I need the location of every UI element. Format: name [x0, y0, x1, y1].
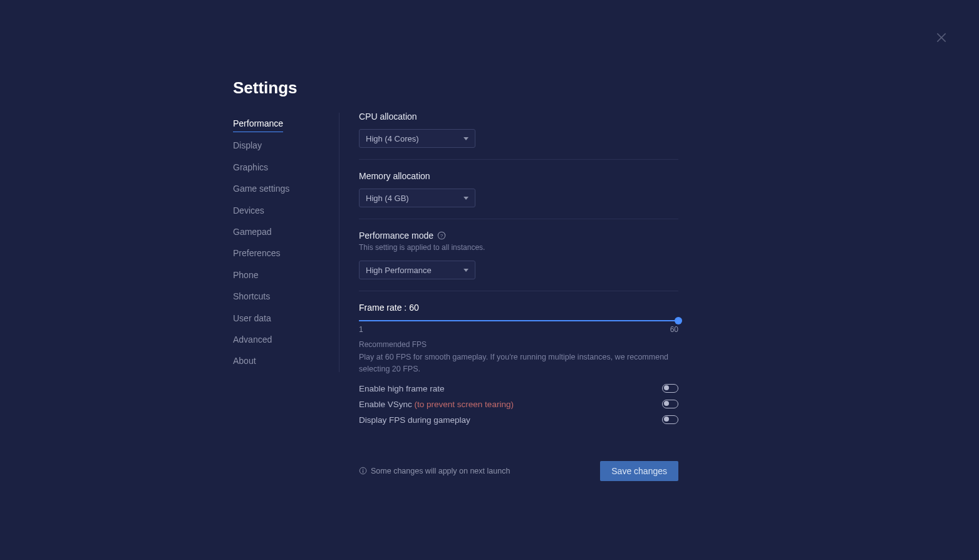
- sidebar-item-about[interactable]: About: [233, 350, 326, 371]
- close-button[interactable]: [935, 31, 948, 44]
- toggle-row-high-frame-rate: Enable high frame rate: [359, 384, 678, 393]
- chevron-down-icon: [464, 269, 469, 272]
- vsync-label-b: (to prevent screen tearing): [415, 400, 514, 409]
- memory-allocation-section: Memory allocation High (4 GB): [359, 171, 678, 219]
- toggle-high-frame-rate[interactable]: [662, 384, 678, 393]
- sidebar-item-display[interactable]: Display: [233, 135, 326, 156]
- slider-min: 1: [359, 325, 363, 334]
- slider-range-labels: 1 60: [359, 325, 678, 334]
- svg-text:?: ?: [440, 233, 443, 239]
- toggle-row-vsync: Enable VSync (to prevent screen tearing): [359, 400, 678, 409]
- svg-point-3: [363, 469, 363, 469]
- info-note: Some changes will apply on next launch: [359, 467, 510, 475]
- frame-rate-label-prefix: Frame rate :: [359, 303, 409, 313]
- sidebar-item-preferences[interactable]: Preferences: [233, 242, 326, 264]
- info-note-text: Some changes will apply on next launch: [371, 467, 510, 475]
- slider-max: 60: [670, 325, 678, 334]
- frame-rate-slider[interactable]: [359, 320, 678, 321]
- toggle-label-vsync: Enable VSync (to prevent screen tearing): [359, 400, 514, 409]
- toggle-vsync[interactable]: [662, 400, 678, 408]
- cpu-allocation-section: CPU allocation High (4 Cores): [359, 111, 678, 160]
- chevron-down-icon: [464, 137, 469, 140]
- sidebar-item-performance[interactable]: Performance: [233, 113, 283, 132]
- cpu-allocation-dropdown[interactable]: High (4 Cores): [359, 129, 475, 148]
- performance-mode-value: High Performance: [366, 266, 432, 275]
- chevron-down-icon: [464, 197, 469, 200]
- slider-track: [359, 320, 678, 321]
- frame-rate-section: Frame rate : 60 1 60 Recommended FPS Pla…: [359, 303, 678, 442]
- close-icon: [935, 31, 948, 44]
- memory-allocation-dropdown[interactable]: High (4 GB): [359, 189, 475, 207]
- sidebar-item-game-settings[interactable]: Game settings: [233, 178, 326, 199]
- toggle-knob: [664, 401, 669, 406]
- memory-allocation-value: High (4 GB): [366, 194, 409, 203]
- frame-rate-value: 60: [409, 303, 419, 313]
- performance-mode-label-text: Performance mode: [359, 231, 433, 241]
- toggle-knob: [664, 417, 669, 422]
- settings-sidebar: Performance Display Graphics Game settin…: [233, 113, 339, 372]
- sidebar-item-phone[interactable]: Phone: [233, 264, 326, 286]
- toggle-knob: [664, 385, 669, 390]
- sidebar-item-advanced[interactable]: Advanced: [233, 329, 326, 350]
- sidebar-item-devices[interactable]: Devices: [233, 200, 326, 221]
- sidebar-item-shortcuts[interactable]: Shortcuts: [233, 286, 326, 307]
- vsync-label-a: Enable VSync: [359, 400, 415, 409]
- info-icon: [359, 467, 367, 475]
- page-title: Settings: [233, 78, 298, 98]
- frame-rate-label: Frame rate : 60: [359, 303, 678, 313]
- toggle-label-display-fps: Display FPS during gameplay: [359, 415, 470, 425]
- footer: Some changes will apply on next launch S…: [359, 461, 678, 481]
- memory-allocation-label: Memory allocation: [359, 171, 678, 181]
- svg-rect-4: [363, 470, 363, 473]
- sidebar-item-user-data[interactable]: User data: [233, 308, 326, 329]
- performance-mode-dropdown[interactable]: High Performance: [359, 261, 475, 279]
- recommended-fps-text: Play at 60 FPS for smooth gameplay. If y…: [359, 351, 678, 375]
- cpu-allocation-value: High (4 Cores): [366, 134, 419, 143]
- slider-thumb[interactable]: [675, 317, 682, 324]
- performance-mode-section: Performance mode ? This setting is appli…: [359, 231, 678, 291]
- settings-content: CPU allocation High (4 Cores) Memory all…: [359, 111, 678, 481]
- save-changes-button[interactable]: Save changes: [600, 461, 678, 481]
- cpu-allocation-label: CPU allocation: [359, 111, 678, 122]
- sidebar-item-graphics[interactable]: Graphics: [233, 157, 326, 178]
- help-icon[interactable]: ?: [437, 231, 446, 240]
- recommended-fps-title: Recommended FPS: [359, 340, 678, 349]
- performance-mode-label: Performance mode ?: [359, 231, 678, 241]
- toggle-display-fps[interactable]: [662, 415, 678, 424]
- toggle-label-high-frame-rate: Enable high frame rate: [359, 384, 445, 393]
- performance-mode-sublabel: This setting is applied to all instances…: [359, 243, 678, 252]
- sidebar-item-gamepad[interactable]: Gamepad: [233, 221, 326, 242]
- toggle-row-display-fps: Display FPS during gameplay: [359, 415, 678, 425]
